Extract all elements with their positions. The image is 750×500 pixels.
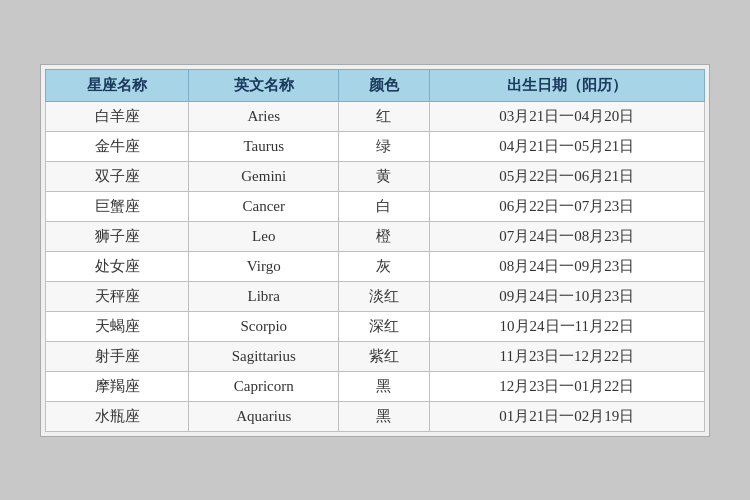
cell-chinese-name: 摩羯座 (46, 371, 189, 401)
cell-dates: 03月21日一04月20日 (429, 101, 705, 131)
cell-english-name: Capricorn (189, 371, 339, 401)
cell-color: 灰 (339, 251, 429, 281)
cell-dates: 12月23日一01月22日 (429, 371, 705, 401)
header-dates: 出生日期（阳历） (429, 69, 705, 101)
cell-english-name: Aquarius (189, 401, 339, 431)
cell-color: 深红 (339, 311, 429, 341)
cell-dates: 07月24日一08月23日 (429, 221, 705, 251)
cell-color: 绿 (339, 131, 429, 161)
table-header-row: 星座名称 英文名称 颜色 出生日期（阳历） (46, 69, 705, 101)
cell-dates: 04月21日一05月21日 (429, 131, 705, 161)
cell-color: 淡红 (339, 281, 429, 311)
cell-color: 紫红 (339, 341, 429, 371)
cell-chinese-name: 狮子座 (46, 221, 189, 251)
cell-chinese-name: 处女座 (46, 251, 189, 281)
cell-color: 白 (339, 191, 429, 221)
table-row: 处女座Virgo灰08月24日一09月23日 (46, 251, 705, 281)
cell-color: 红 (339, 101, 429, 131)
cell-dates: 01月21日一02月19日 (429, 401, 705, 431)
cell-chinese-name: 水瓶座 (46, 401, 189, 431)
table-row: 水瓶座Aquarius黑01月21日一02月19日 (46, 401, 705, 431)
cell-dates: 05月22日一06月21日 (429, 161, 705, 191)
table-row: 射手座Sagittarius紫红11月23日一12月22日 (46, 341, 705, 371)
header-color: 颜色 (339, 69, 429, 101)
table-row: 金牛座Taurus绿04月21日一05月21日 (46, 131, 705, 161)
cell-english-name: Leo (189, 221, 339, 251)
cell-english-name: Libra (189, 281, 339, 311)
cell-dates: 11月23日一12月22日 (429, 341, 705, 371)
cell-english-name: Aries (189, 101, 339, 131)
cell-english-name: Gemini (189, 161, 339, 191)
cell-chinese-name: 射手座 (46, 341, 189, 371)
cell-dates: 08月24日一09月23日 (429, 251, 705, 281)
table-row: 天秤座Libra淡红09月24日一10月23日 (46, 281, 705, 311)
table-row: 双子座Gemini黄05月22日一06月21日 (46, 161, 705, 191)
cell-english-name: Scorpio (189, 311, 339, 341)
cell-chinese-name: 巨蟹座 (46, 191, 189, 221)
zodiac-table-wrapper: 星座名称 英文名称 颜色 出生日期（阳历） 白羊座Aries红03月21日一04… (40, 64, 710, 437)
cell-english-name: Cancer (189, 191, 339, 221)
cell-chinese-name: 金牛座 (46, 131, 189, 161)
table-row: 狮子座Leo橙07月24日一08月23日 (46, 221, 705, 251)
table-row: 巨蟹座Cancer白06月22日一07月23日 (46, 191, 705, 221)
cell-chinese-name: 天秤座 (46, 281, 189, 311)
cell-dates: 06月22日一07月23日 (429, 191, 705, 221)
cell-color: 黑 (339, 371, 429, 401)
cell-english-name: Virgo (189, 251, 339, 281)
table-row: 摩羯座Capricorn黑12月23日一01月22日 (46, 371, 705, 401)
cell-chinese-name: 双子座 (46, 161, 189, 191)
cell-english-name: Taurus (189, 131, 339, 161)
cell-chinese-name: 白羊座 (46, 101, 189, 131)
header-chinese-name: 星座名称 (46, 69, 189, 101)
cell-chinese-name: 天蝎座 (46, 311, 189, 341)
cell-color: 黄 (339, 161, 429, 191)
cell-dates: 10月24日一11月22日 (429, 311, 705, 341)
zodiac-table: 星座名称 英文名称 颜色 出生日期（阳历） 白羊座Aries红03月21日一04… (45, 69, 705, 432)
header-english-name: 英文名称 (189, 69, 339, 101)
table-row: 白羊座Aries红03月21日一04月20日 (46, 101, 705, 131)
cell-dates: 09月24日一10月23日 (429, 281, 705, 311)
cell-color: 橙 (339, 221, 429, 251)
cell-color: 黑 (339, 401, 429, 431)
cell-english-name: Sagittarius (189, 341, 339, 371)
table-row: 天蝎座Scorpio深红10月24日一11月22日 (46, 311, 705, 341)
